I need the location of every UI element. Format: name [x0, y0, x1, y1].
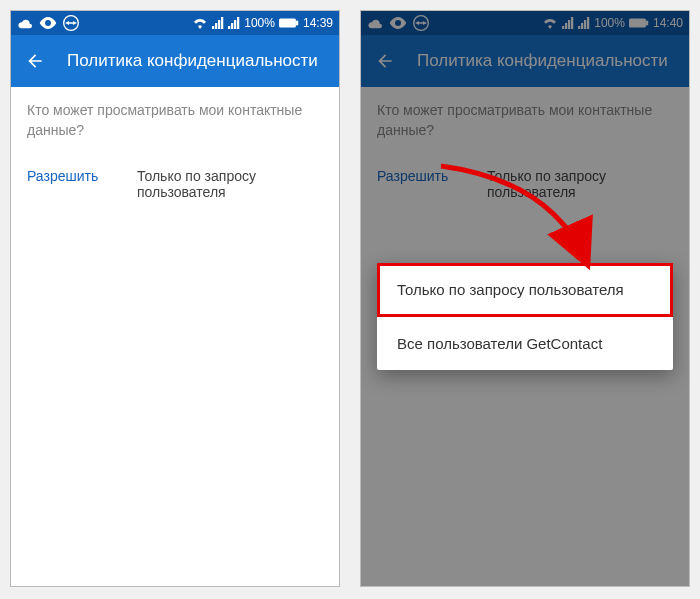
back-button[interactable]: [25, 51, 45, 71]
svg-rect-2: [296, 21, 298, 26]
option-row[interactable]: Разрешить Только по запросу пользователя: [11, 154, 339, 214]
clock-time: 14:39: [303, 16, 333, 30]
phone-screenshot-2: 100% 14:40 Политика конфиденциальности К…: [360, 10, 690, 587]
app-bar: Политика конфиденциальности: [11, 35, 339, 87]
option-value: Только по запросу пользователя: [137, 168, 323, 200]
battery-percent: 100%: [244, 16, 275, 30]
battery-icon: [279, 17, 299, 29]
options-dialog: Только по запросу пользователя Все польз…: [377, 263, 673, 370]
eye-icon: [39, 17, 57, 29]
dialog-option-1[interactable]: Только по запросу пользователя: [377, 263, 673, 317]
section-header: Кто может просматривать мои контактные д…: [11, 87, 339, 154]
svg-rect-1: [279, 18, 296, 27]
cloud-icon: [17, 17, 33, 29]
status-right: 100% 14:39: [192, 16, 333, 30]
phone-screenshot-1: 100% 14:39 Политика конфиденциальности К…: [10, 10, 340, 587]
page-title: Политика конфиденциальности: [67, 51, 318, 71]
signal-icon-1: [212, 17, 224, 29]
teamviewer-icon: [63, 15, 79, 31]
status-bar: 100% 14:39: [11, 11, 339, 35]
status-left: [17, 15, 79, 31]
wifi-icon: [192, 17, 208, 29]
dialog-option-2[interactable]: Все пользователи GetContact: [377, 317, 673, 370]
option-label: Разрешить: [27, 168, 137, 200]
signal-icon-2: [228, 17, 240, 29]
